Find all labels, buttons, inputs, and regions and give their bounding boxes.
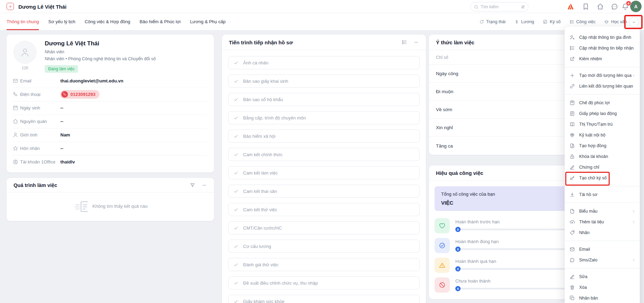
action-label: Ký số xyxy=(550,19,560,24)
checklist-item-ban-sao-so-ho-khau[interactable]: Bản sao sổ hộ khẩu xyxy=(228,93,420,106)
field-value: -- xyxy=(60,146,63,151)
oneoffice-logo-icon[interactable] xyxy=(567,3,575,10)
field-label: Điện thoại xyxy=(20,92,60,97)
chat-icon xyxy=(569,257,575,263)
collapse-icon[interactable] xyxy=(201,182,207,188)
action-ky-so[interactable]: Ký số xyxy=(543,19,560,24)
checklist-item-giay-kham-suc-khoe[interactable]: Giấy khám sức khỏe xyxy=(228,295,420,303)
person-icon xyxy=(12,132,18,138)
check-icon xyxy=(233,79,239,84)
action-cong-viec[interactable]: Công việc xyxy=(569,19,596,24)
field-label: Ngày sinh xyxy=(20,105,60,110)
menu-item-cap-nhat-thong-tin-gia-dinh[interactable]: Cập nhật thông tin gia đình xyxy=(565,32,640,43)
menu-item-cap-nhat-thong-tin-tiep-nhan[interactable]: Cập nhật thông tin tiếp nhận xyxy=(565,43,640,53)
menu-item-tai-ho-so[interactable]: Tải hồ sơ xyxy=(565,189,640,200)
menu-item-tao-moi-doi-tuong-lien-quan[interactable]: Tạo mới đối tượng liên quan xyxy=(565,70,640,81)
menu-item-bieu-mau[interactable]: Biểu mẫu xyxy=(565,206,640,216)
menu-item-sua[interactable]: Sửa xyxy=(565,271,640,282)
field-value: thaidlv xyxy=(60,159,75,164)
key-icon xyxy=(569,175,575,181)
checklist-item-bao-hiem-xa-hoi[interactable]: Bảo hiểm xã hội xyxy=(228,130,420,143)
checklist-item-label: Cam kết làm việc xyxy=(243,170,278,176)
checklist-item-de-xuat-dieu-chinh-chuc-vu-thu-nhap[interactable]: Đề xuất điều chỉnh chức vụ, thu nhập xyxy=(228,276,420,289)
menu-item-khoa-tai-khoan[interactable]: Khóa tài khoản xyxy=(565,151,640,162)
filter-icon[interactable] xyxy=(190,182,195,188)
checklist-item-label: Bản sao giấy khai sinh xyxy=(243,79,288,84)
checklist-item-anh-ca-nhan[interactable]: Ảnh cá nhân xyxy=(228,56,420,69)
profile-photo-placeholder[interactable] xyxy=(14,41,36,64)
menu-item-label: Sửa xyxy=(579,274,636,279)
menu-item-che-do-phuc-loi[interactable]: Chế độ phúc lợi xyxy=(565,97,640,108)
menu-item-tao-hop-dong[interactable]: Tạo hợp đồng xyxy=(565,140,640,151)
bookmark-icon[interactable] xyxy=(582,3,590,10)
menu-item-label: Khóa tài khoản xyxy=(579,154,636,159)
checklist-item-ban-sao-giay-khai-sinh[interactable]: Bản sao giấy khai sinh xyxy=(228,74,420,88)
home-icon xyxy=(12,118,18,124)
phone-pill[interactable]: 0123091293 xyxy=(60,90,100,99)
menu-divider xyxy=(565,268,640,268)
mail-icon xyxy=(12,78,18,84)
checklist-item-bang-cap-trinh-do-chuyen-mon[interactable]: Bằng cấp, trình độ chuyên môn xyxy=(228,111,420,124)
menu-item-label: Tạo hợp đồng xyxy=(579,143,636,148)
ban-icon xyxy=(435,277,450,293)
tab-cong-viec-hop-dong[interactable]: Công việc & Hợp đồng xyxy=(85,13,130,30)
menu-item-sms-zalo[interactable]: Sms/Zalo xyxy=(565,255,640,265)
empty-docs-icon xyxy=(73,200,88,213)
menu-item-xoa[interactable]: Xóa xyxy=(565,282,640,293)
field-hon-nhan: Hôn nhân-- xyxy=(7,142,214,155)
check-icon xyxy=(233,134,239,139)
checklist-item-cam-ket-thai-san[interactable]: Cam kết thai sản xyxy=(228,185,420,198)
list-view-icon[interactable] xyxy=(402,39,407,45)
checklist-item-cam-ket-chinh-thuc[interactable]: Cam kết chính thức xyxy=(228,148,420,161)
graduation-icon xyxy=(604,19,609,24)
tab-so-yeu-ly-lich[interactable]: Sơ yếu lý lịch xyxy=(48,13,75,30)
chevron-right-icon xyxy=(632,220,636,224)
phone-call-icon xyxy=(61,91,68,98)
tab-thong-tin-chung[interactable]: Thông tin chung xyxy=(7,13,39,30)
action-hoc-van[interactable]: Học vấn xyxy=(604,19,627,24)
check-icon xyxy=(233,115,239,121)
checklist-item-danh-gia-thu-viec[interactable]: Đánh giá thử việc xyxy=(228,258,420,271)
menu-item-email[interactable]: Email xyxy=(565,244,640,255)
global-search xyxy=(470,2,529,11)
menu-item-label: Email xyxy=(579,247,636,252)
menu-item-thi-thuc-tam-tru[interactable]: Thị Thực/Tạm trú xyxy=(565,119,640,130)
heart-icon xyxy=(439,222,446,229)
home-icon[interactable] xyxy=(596,3,604,10)
checklist-item-label: Đề xuất điều chỉnh chức vụ, thu nhập xyxy=(243,280,318,286)
heart-icon xyxy=(435,218,450,233)
tab-bao-hiem-phuc-loi[interactable]: Bảo hiểm & Phúc lợi xyxy=(140,13,181,30)
menu-item-kiem-nhiem[interactable]: Kiêm nhiệm xyxy=(565,53,640,64)
collapse-icon[interactable] xyxy=(413,39,419,45)
menu-item-chung-chi[interactable]: Chứng chỉ xyxy=(565,162,640,172)
action-trang-thai[interactable]: Trạng thái xyxy=(479,19,506,24)
menu-item-ky-luat-noi-bo[interactable]: Kỷ luật nội bộ xyxy=(565,130,640,140)
menu-item-lien-ket-doi-tuong-lien-quan[interactable]: Liên kết đối tượng liên quan xyxy=(565,81,640,91)
menu-item-giay-phep-lao-dong[interactable]: Giấy phép lao động xyxy=(565,108,640,119)
field-value: -- xyxy=(60,119,63,124)
create-new-button[interactable] xyxy=(7,3,14,10)
check-icon xyxy=(233,299,239,303)
check-icon xyxy=(233,60,239,65)
checklist-item-co-cau-luong[interactable]: Cơ cấu lương xyxy=(228,240,420,253)
search-input[interactable] xyxy=(481,5,521,9)
menu-item-them-tai-lieu[interactable]: Thêm tài liệu xyxy=(565,216,640,227)
chat-icon[interactable] xyxy=(611,3,618,10)
action-luong[interactable]: Lương xyxy=(514,19,534,24)
checklist-item-cam-ket-lam-viec[interactable]: Cam kết làm việc xyxy=(228,166,420,179)
menu-item-nhan[interactable]: Nhãn xyxy=(565,227,640,238)
check-icon xyxy=(233,152,239,157)
checklist-item-label: Cam kết thai sản xyxy=(243,189,277,194)
file-blank-icon xyxy=(569,208,575,214)
search-filter-icon[interactable] xyxy=(521,5,525,9)
menu-item-tao-chu-ky-so[interactable]: Tạo chữ ký số xyxy=(565,172,640,183)
field-label: Email xyxy=(20,78,60,83)
user-avatar[interactable]: A xyxy=(630,1,642,12)
more-actions-button[interactable] xyxy=(629,17,639,27)
checklist-item-cmt-can-cuoc-hc[interactable]: CMT/Căn cước/HC xyxy=(228,221,420,234)
checklist-item-cam-ket-thu-viec[interactable]: Cam kết thử việc xyxy=(228,203,420,216)
search-icon xyxy=(474,5,479,9)
menu-item-nhan-ban[interactable]: Nhân bản xyxy=(565,293,640,303)
performance-title: Hiệu quả công việc xyxy=(436,170,483,176)
tab-luong-phu-cap[interactable]: Lương & Phụ cấp xyxy=(190,13,226,30)
